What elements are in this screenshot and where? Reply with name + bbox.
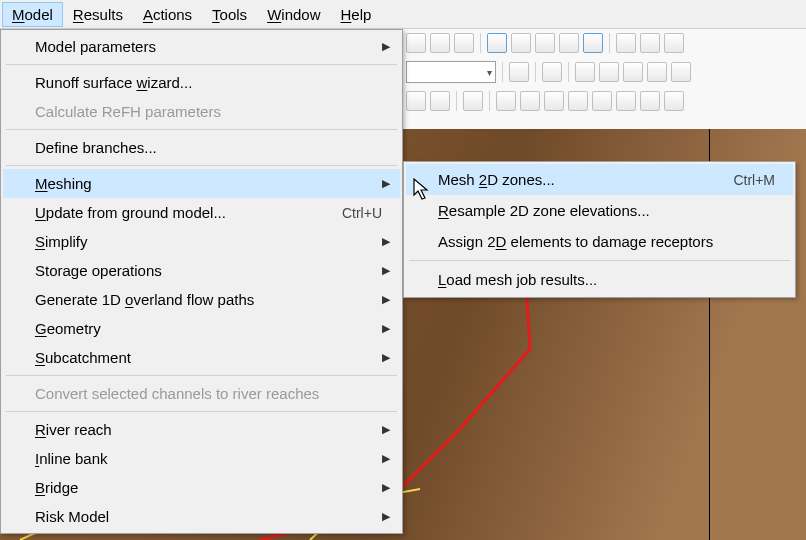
- grid-icon[interactable]: [592, 91, 612, 111]
- tool-icon[interactable]: [583, 33, 603, 53]
- model-menu-item-risk-model[interactable]: Risk Model▶: [3, 502, 400, 531]
- model-menu-item-update-from-ground-model[interactable]: Update from ground model...Ctrl+U: [3, 198, 400, 227]
- pan-icon[interactable]: [463, 91, 483, 111]
- menubar-item-actions[interactable]: Actions: [133, 2, 202, 27]
- menu-item-label: Geometry: [35, 320, 101, 337]
- tool-icon[interactable]: [511, 33, 531, 53]
- menu-separator: [6, 64, 397, 65]
- zoom-extents-icon[interactable]: [623, 62, 643, 82]
- toolbar-row-2: [400, 57, 806, 87]
- model-menu-item-geometry[interactable]: Geometry▶: [3, 314, 400, 343]
- meshing-menu-item-assign-2d-elements-to-damage-receptors[interactable]: Assign 2D elements to damage receptors: [406, 226, 793, 257]
- model-menu-item-storage-operations[interactable]: Storage operations▶: [3, 256, 400, 285]
- submenu-arrow-icon: ▶: [382, 322, 390, 335]
- grid-icon[interactable]: [616, 91, 636, 111]
- menu-item-label: Risk Model: [35, 508, 109, 525]
- zoom-in-icon[interactable]: [575, 62, 595, 82]
- menu-item-label: Runoff surface wizard...: [35, 74, 192, 91]
- toolbar-row-3: [400, 87, 806, 115]
- toolbar-separator: [489, 91, 490, 111]
- tool-icon[interactable]: [454, 33, 474, 53]
- tool-icon[interactable]: [535, 33, 555, 53]
- model-menu-item-subcatchment[interactable]: Subcatchment▶: [3, 343, 400, 372]
- menu-item-label: Update from ground model...: [35, 204, 226, 221]
- submenu-arrow-icon: ▶: [382, 351, 390, 364]
- grid-icon[interactable]: [664, 91, 684, 111]
- model-menu-item-river-reach[interactable]: River reach▶: [3, 415, 400, 444]
- model-menu-item-runoff-surface-wizard[interactable]: Runoff surface wizard...: [3, 68, 400, 97]
- meshing-submenu: Mesh 2D zones...Ctrl+MResample 2D zone e…: [403, 161, 796, 298]
- zoom-out-icon[interactable]: [599, 62, 619, 82]
- menu-separator: [409, 260, 790, 261]
- menu-separator: [6, 129, 397, 130]
- tool-icon[interactable]: [671, 62, 691, 82]
- menu-item-label: Model parameters: [35, 38, 156, 55]
- tool-icon[interactable]: [559, 33, 579, 53]
- tool-icon[interactable]: [664, 33, 684, 53]
- tool-icon[interactable]: [640, 33, 660, 53]
- submenu-arrow-icon: ▶: [382, 293, 390, 306]
- menu-item-label: River reach: [35, 421, 112, 438]
- toolbar-separator: [502, 62, 503, 82]
- toolbar-separator: [480, 33, 481, 53]
- model-menu-item-define-branches[interactable]: Define branches...: [3, 133, 400, 162]
- toolbar-row-1: [400, 29, 806, 57]
- combo-box[interactable]: [406, 61, 496, 83]
- menu-item-label: Simplify: [35, 233, 88, 250]
- model-menu-item-generate-1d-overland-flow-paths[interactable]: Generate 1D overland flow paths▶: [3, 285, 400, 314]
- menu-item-label: Storage operations: [35, 262, 162, 279]
- grid-icon[interactable]: [544, 91, 564, 111]
- tool-icon[interactable]: [406, 33, 426, 53]
- model-menu-dropdown: Model parameters▶Runoff surface wizard..…: [0, 29, 403, 534]
- menu-item-label: Inline bank: [35, 450, 108, 467]
- model-menu-item-meshing[interactable]: Meshing▶: [3, 169, 400, 198]
- menubar-item-tools[interactable]: Tools: [202, 2, 257, 27]
- toolbar-separator: [568, 62, 569, 82]
- menu-item-label: Bridge: [35, 479, 78, 496]
- meshing-menu-item-load-mesh-job-results[interactable]: Load mesh job results...: [406, 264, 793, 295]
- model-menu-item-calculate-refh-parameters: Calculate ReFH parameters: [3, 97, 400, 126]
- target-icon[interactable]: [430, 91, 450, 111]
- model-menu-item-model-parameters[interactable]: Model parameters▶: [3, 32, 400, 61]
- menu-item-label: Calculate ReFH parameters: [35, 103, 221, 120]
- tool-icon[interactable]: [542, 62, 562, 82]
- model-menu-item-simplify[interactable]: Simplify▶: [3, 227, 400, 256]
- menubar-item-results[interactable]: Results: [63, 2, 133, 27]
- grid-icon[interactable]: [496, 91, 516, 111]
- toolbar-separator: [609, 33, 610, 53]
- submenu-arrow-icon: ▶: [382, 481, 390, 494]
- submenu-arrow-icon: ▶: [382, 510, 390, 523]
- tool-icon[interactable]: [616, 33, 636, 53]
- cursor-tool-icon[interactable]: [509, 62, 529, 82]
- model-menu-item-bridge[interactable]: Bridge▶: [3, 473, 400, 502]
- submenu-arrow-icon: ▶: [382, 40, 390, 53]
- menu-item-label: Define branches...: [35, 139, 157, 156]
- menu-item-label: Generate 1D overland flow paths: [35, 291, 254, 308]
- meshing-menu-item-mesh-2d-zones[interactable]: Mesh 2D zones...Ctrl+M: [406, 164, 793, 195]
- model-menu-item-inline-bank[interactable]: Inline bank▶: [3, 444, 400, 473]
- toolbar-area: [400, 29, 806, 129]
- submenu-arrow-icon: ▶: [382, 264, 390, 277]
- menu-separator: [6, 411, 397, 412]
- toolbar-separator: [535, 62, 536, 82]
- tool-icon[interactable]: [430, 33, 450, 53]
- grid-icon[interactable]: [520, 91, 540, 111]
- grid-icon[interactable]: [568, 91, 588, 111]
- menu-item-label: Load mesh job results...: [438, 271, 597, 288]
- menubar-item-help[interactable]: Help: [331, 2, 382, 27]
- tool-icon[interactable]: [647, 62, 667, 82]
- grid-icon[interactable]: [640, 91, 660, 111]
- menubar: Model Results Actions Tools Window Help: [0, 0, 806, 29]
- tool-icon[interactable]: [487, 33, 507, 53]
- target-icon[interactable]: [406, 91, 426, 111]
- menubar-item-window[interactable]: Window: [257, 2, 330, 27]
- menu-item-label: Assign 2D elements to damage receptors: [438, 233, 713, 250]
- toolbar-separator: [456, 91, 457, 111]
- submenu-arrow-icon: ▶: [382, 452, 390, 465]
- meshing-menu-item-resample-2d-zone-elevations[interactable]: Resample 2D zone elevations...: [406, 195, 793, 226]
- menu-separator: [6, 165, 397, 166]
- menu-item-label: Subcatchment: [35, 349, 131, 366]
- menubar-item-model[interactable]: Model: [2, 2, 63, 27]
- menu-shortcut: Ctrl+U: [342, 205, 382, 221]
- menu-shortcut: Ctrl+M: [733, 172, 775, 188]
